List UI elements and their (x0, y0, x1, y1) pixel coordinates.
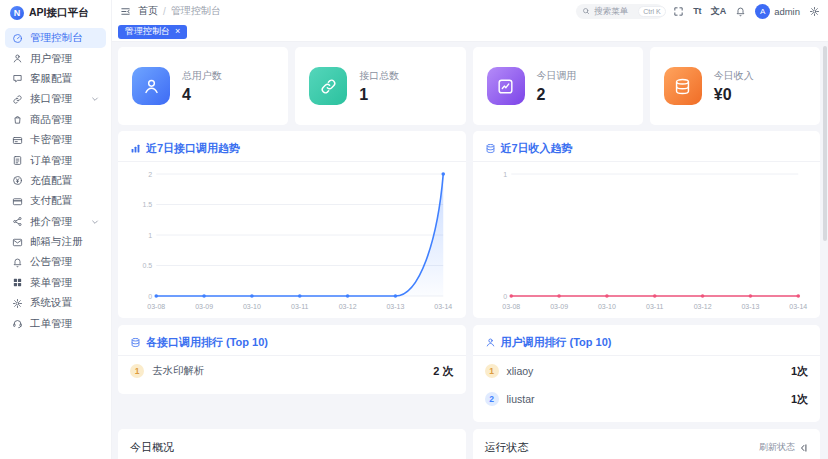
svg-text:03-09: 03-09 (195, 303, 213, 310)
search-icon (582, 7, 590, 15)
payment-icon (12, 196, 23, 207)
chart-card-api-calls: 近7日接口调用趋势 00.511.5203-0803-0903-1003-110… (118, 131, 466, 318)
sidebar: N API接口平台 管理控制台 用户管理 客服配置 接口管理 (0, 0, 112, 459)
sidebar-item-dashboard[interactable]: 管理控制台 (5, 28, 106, 48)
sidebar-item-announcements[interactable]: 公告管理 (5, 252, 106, 272)
tab-bar: 管理控制台 × (112, 22, 828, 42)
sidebar-item-cardkeys[interactable]: 卡密管理 (5, 130, 106, 150)
tab-dashboard[interactable]: 管理控制台 × (118, 25, 187, 39)
sidebar-item-payment[interactable]: 支付配置 (5, 191, 106, 211)
ranking-title: 用户调用排行 (Top 10) (501, 335, 612, 350)
panel-collapse-icon[interactable] (798, 443, 808, 453)
search-input[interactable] (594, 6, 634, 16)
user-ranking-card: 用户调用排行 (Top 10) 1 xliaoy 1次 2 liustar 1次 (473, 325, 821, 422)
calls-chart-icon (487, 67, 525, 105)
breadcrumb: 首页 / 管理控制台 (138, 4, 221, 18)
svg-text:03-08: 03-08 (147, 303, 165, 310)
stat-label: 总用户数 (182, 69, 222, 83)
sidebar-item-recharge[interactable]: 充值配置 (5, 171, 106, 191)
users-icon (132, 67, 170, 105)
bar-chart-icon (130, 143, 141, 154)
sidebar-menu: 管理控制台 用户管理 客服配置 接口管理 商品管理 卡密管理 (0, 28, 111, 334)
api-ranking-card: 各接口调用排行 (Top 10) 1 去水印解析 2 次 (118, 325, 466, 394)
logo-badge-icon: N (10, 6, 24, 20)
rank-value: 2 次 (433, 364, 453, 379)
rank-badge: 1 (485, 364, 499, 378)
today-overview-card: 今日概况 (118, 429, 466, 459)
sidebar-item-label: 客服配置 (30, 72, 72, 86)
rank-value: 1次 (791, 364, 808, 379)
rankings-row: 各接口调用排行 (Top 10) 1 去水印解析 2 次 用户调用排行 (Top… (118, 325, 820, 422)
stat-value: ¥0 (714, 86, 754, 104)
rank-name: 去水印解析 (152, 364, 425, 378)
headset-icon (12, 318, 23, 329)
app-logo: N API接口平台 (0, 1, 111, 25)
refresh-status-link[interactable]: 刷新状态 (759, 441, 795, 454)
stat-card-total-apis: 接口总数 1 (295, 47, 465, 125)
chart-title: 近7日收入趋势 (501, 141, 573, 156)
stat-value: 2 (537, 86, 577, 104)
revenue-line-chart: 0103-0803-0903-1003-1103-1203-1303-14 (485, 164, 809, 314)
sidebar-item-label: 工单管理 (30, 317, 72, 331)
user-menu[interactable]: A admin (755, 4, 800, 19)
breadcrumb-separator: / (163, 6, 166, 17)
sidebar-item-label: 邮箱与注册 (30, 235, 83, 249)
mail-icon (12, 237, 23, 248)
translate-icon[interactable]: 文A (711, 5, 727, 18)
sidebar-item-label: 管理控制台 (30, 31, 83, 45)
svg-text:1.5: 1.5 (143, 201, 153, 208)
sidebar-item-referral[interactable]: 推介管理 (5, 212, 106, 232)
sidebar-item-users[interactable]: 用户管理 (5, 48, 106, 68)
sidebar-item-menus[interactable]: 菜单管理 (5, 273, 106, 293)
sidebar-item-label: 商品管理 (30, 113, 72, 127)
stat-card-today-calls: 今日调用 2 (473, 47, 643, 125)
sidebar-item-orders[interactable]: 订单管理 (5, 150, 106, 170)
tab-label: 管理控制台 (125, 25, 170, 38)
user-icon (12, 53, 23, 64)
stat-label: 今日收入 (714, 69, 754, 83)
font-size-icon[interactable]: Tt (693, 6, 702, 16)
api-link-icon (309, 67, 347, 105)
ranking-row: 1 xliaoy 1次 (485, 358, 809, 384)
svg-text:0: 0 (148, 293, 152, 300)
sidebar-item-tickets[interactable]: 工单管理 (5, 313, 106, 333)
scrollbar (823, 46, 827, 426)
sidebar-item-support[interactable]: 客服配置 (5, 69, 106, 89)
stat-value: 4 (182, 86, 222, 104)
sidebar-item-label: 菜单管理 (30, 276, 72, 290)
svg-text:03-13: 03-13 (741, 303, 759, 310)
sidebar-item-system[interactable]: 系统设置 (5, 293, 106, 313)
api-link-icon (12, 94, 23, 105)
sidebar-item-email[interactable]: 邮箱与注册 (5, 232, 106, 252)
svg-text:03-08: 03-08 (502, 303, 520, 310)
menu-fold-icon[interactable] (120, 6, 131, 17)
fullscreen-icon[interactable] (673, 6, 684, 17)
order-icon (12, 155, 23, 166)
ranking-row: 2 liustar 1次 (485, 386, 809, 412)
tab-close-icon[interactable]: × (175, 27, 180, 36)
sidebar-item-api[interactable]: 接口管理 (5, 89, 106, 109)
stats-row: 总用户数 4 接口总数 1 今日调用 2 (118, 47, 820, 125)
person-icon (485, 337, 496, 348)
run-status-card: 运行状态 刷新状态 (473, 429, 821, 459)
svg-text:03-14: 03-14 (434, 303, 452, 310)
svg-text:03-12: 03-12 (693, 303, 711, 310)
svg-text:2: 2 (148, 171, 152, 178)
search-shortcut-badge: Ctrl K (638, 6, 666, 17)
api-calls-line-chart: 00.511.5203-0803-0903-1003-1103-1203-130… (130, 164, 454, 314)
scrollbar-thumb[interactable] (823, 46, 827, 241)
svg-text:03-13: 03-13 (386, 303, 404, 310)
search-input-wrapper[interactable]: Ctrl K (576, 4, 664, 19)
settings-gear-icon[interactable] (809, 6, 820, 17)
svg-text:0: 0 (503, 293, 507, 300)
app-window: N API接口平台 管理控制台 用户管理 客服配置 接口管理 (0, 0, 828, 459)
bell-icon[interactable] (735, 6, 746, 17)
chart-card-revenue: 近7日收入趋势 0103-0803-0903-1003-1103-1203-13… (473, 131, 821, 318)
sidebar-item-products[interactable]: 商品管理 (5, 110, 106, 130)
sidebar-item-label: 支付配置 (30, 194, 72, 208)
rank-badge: 1 (130, 364, 144, 378)
stat-label: 今日调用 (537, 69, 577, 83)
svg-text:03-10: 03-10 (597, 303, 615, 310)
breadcrumb-home[interactable]: 首页 (138, 4, 158, 18)
chevron-down-icon (91, 93, 99, 105)
